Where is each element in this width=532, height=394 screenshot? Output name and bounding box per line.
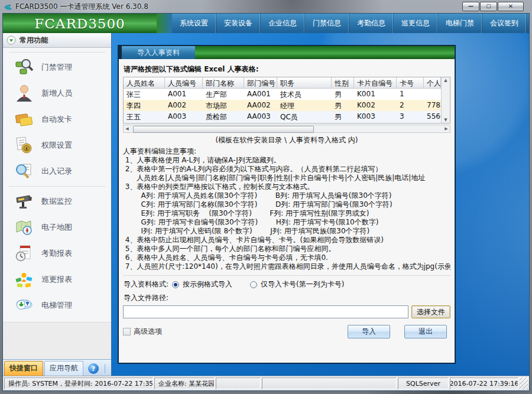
sidebar-filler [3,322,111,359]
advanced-options-label[interactable]: 高级选项 [134,327,162,337]
scroll-up-icon[interactable]: ▲ [444,78,447,83]
menu-meeting-signin[interactable]: 会议签到 [482,14,527,33]
sidebar-header[interactable]: 常用功能 [3,33,111,48]
menu-access-info[interactable]: 门禁信息 [305,14,349,33]
main-menu: 系统设置 安装设备 企业信息 门禁信息 考勤信息 巡更信息 电梯门禁 会议签到 … [172,14,530,33]
menu-company-info[interactable]: 企业信息 [261,14,305,33]
menu-attendance-info[interactable]: 考勤信息 [349,14,394,33]
tab-import-personnel[interactable]: 导入人事资料 [122,46,195,59]
maximize-button[interactable]: ▢ [480,2,497,11]
separator [9,186,105,187]
sidebar-item-label: 权限设置 [41,140,72,151]
title-bar: FCARD3500 一卡通管理系统 Ver 6.30.8 — ▢ ✕ [0,0,532,13]
tab-quick-window[interactable]: 快捷窗口 [4,361,43,376]
radio-sample-format-label[interactable]: 按示例格式导入 [183,279,232,289]
editing-notes: 人事资料编辑注意事项: 1、人事表格使用 A-L列，请确保A-J列无隐藏列。 2… [123,147,450,271]
access-management-icon [15,58,34,77]
resize-grip[interactable] [520,377,528,389]
help-icon[interactable]: ? [88,363,99,374]
status-empty-2 [262,377,397,389]
sidebar-item-elevator-management[interactable]: 电梯管理 [3,292,111,318]
sidebar-item-attendance-report[interactable]: 考勤报表 [3,240,111,266]
sidebar-item-data-monitor[interactable]: 数据监控 [3,188,111,214]
sidebar-item-auto-card[interactable]: 自动发卡 [3,106,111,132]
radio-card-only[interactable] [250,281,257,288]
vertical-scrollbar[interactable]: ▲ ▼ [441,77,450,123]
format-instruction: 请严格按照以下格式编辑 Excel 人事表格: [124,64,450,74]
table-row[interactable]: 张三 A001 生产部 AA001 技术员 男 K001 1 [124,89,441,100]
col-gender: 性别 [332,77,354,88]
radio-card-only-label[interactable]: 仅导入卡号(第一列为卡号) [261,279,344,289]
app-header: FCARD3500 系统设置 安装设备 企业信息 门禁信息 考勤信息 巡更信息 … [3,14,529,33]
window-title: FCARD3500 一卡通管理系统 Ver 6.30.8 [15,2,148,12]
minimize-button[interactable]: — [462,2,479,11]
horizontal-scrollbar[interactable]: ◀ ▶ [123,125,450,133]
sidebar-item-label: 出入记录 [41,166,72,177]
note-line: 7、人员照片(尺寸:120*140)，在导入时照片需跟表格相同目录，并使用人员编… [123,262,450,271]
col-title: 职务 [277,77,332,88]
menu-system-settings[interactable]: 系统设置 [172,14,216,33]
tabbar-green-strip [195,46,455,59]
tab-app-navigation[interactable]: 应用导航 [44,361,83,376]
status-company: 企业名称: 某某花园 [154,377,215,389]
auto-card-icon [15,110,34,129]
table-row[interactable]: 王五 A003 质检部 AA003 QC员 男 K003 3 [124,111,441,122]
col-person-name: 人员姓名 [124,77,165,88]
sidebar-bottom-tabs: 快捷窗口 应用导航 ? [3,359,111,376]
app-logo: FCARD3500 [3,14,157,33]
import-personnel-dialog: 导入人事资料 请严格按照以下格式编辑 Excel 人事表格: 人员姓名 人员编号… [118,45,456,364]
menu-elevator-access[interactable]: 电梯门禁 [438,14,482,33]
note-line: 人员姓名|人员编号|部门名称|部门编号|职务|性别|卡片自编号|卡号|个人密码|… [123,174,450,183]
dialog-actions-row: 高级选项 导入 退出 [123,325,450,338]
sidebar-item-access-records[interactable]: 出入记录 [3,158,111,184]
note-line: 4、表格中防止出现相同人员编号、卡片自编号、卡号。(如果相同会导致数据错误) [123,236,450,245]
sidebar-list: 门禁管理 新增人员 [3,48,111,359]
main-workspace: 导入人事资料 请严格按照以下格式编辑 Excel 人事表格: 人员姓名 人员编号… [112,33,529,376]
note-line: G列: 用于填写卡自编号(限30个字符) H列: 用于填写卡号(限10个数字) [123,218,450,227]
personnel-table: 人员姓名 人员编号 部门名称 部门编号 职务 性别 卡片自编号 卡号 个人 [123,77,450,123]
sidebar: 常用功能 门禁管理 [3,33,112,376]
col-card-index: 卡片自编号 [354,77,397,88]
permissions-icon [15,136,34,155]
table-row[interactable]: 李四 A002 市场部 AA002 经理 男 K002 2 [124,100,441,111]
table-body: 张三 A001 生产部 AA001 技术员 男 K001 1 [124,89,441,122]
sidebar-title: 常用功能 [20,35,48,45]
sidebar-item-label: 电子地图 [41,222,72,233]
menu-spacer [527,14,530,33]
scrollbar-thumb[interactable] [133,126,314,133]
note-line: 6、表格中人员姓名、人员编号、卡自编号与卡号必填，无卡填0. [123,253,450,262]
status-empty-1 [216,377,261,389]
note-line: 1、人事表格使用 A-L列，请确保A-J列无隐藏列。 [123,156,450,165]
advanced-options-checkbox[interactable] [123,328,131,336]
menu-patrol-info[interactable]: 巡更信息 [394,14,438,33]
exit-button[interactable]: 退出 [404,325,447,338]
file-path-input[interactable] [123,305,408,318]
col-dept-id: 部门编号 [244,77,277,88]
sidebar-item-patrol-report[interactable]: 巡更报表 [3,266,111,292]
scroll-left-icon[interactable]: ◀ [124,125,131,132]
sidebar-item-e-map[interactable]: 电子地图 [3,214,111,240]
file-path-row: 选择文件 [123,305,450,318]
import-button[interactable]: 导入 [348,325,390,338]
choose-file-button[interactable]: 选择文件 [411,305,450,318]
access-records-icon [15,162,34,181]
note-line: 2、表格中第一行的A-L列内容必须为以下格式与内容。（人员资料第二行起填写） [123,165,450,174]
sidebar-item-access-management[interactable]: 门禁管理 [3,54,111,80]
radio-sample-format[interactable] [172,281,179,288]
sidebar-item-permissions[interactable]: 权限设置 [3,132,111,158]
scroll-down-icon[interactable]: ▼ [444,118,447,122]
sidebar-item-label: 电梯管理 [41,300,72,311]
sidebar-item-add-person[interactable]: 新增人员 [3,80,111,106]
close-button[interactable]: ✕ [498,2,524,11]
col-personal: 个人 [424,77,441,88]
menu-install-devices[interactable]: 安装设备 [216,14,261,33]
import-format-row: 导入资料格式: 按示例格式导入 仅导入卡号(第一列为卡号) [124,279,450,289]
collapse-arrow-icon [7,35,16,45]
window-frame: FCARD3500 系统设置 安装设备 企业信息 门禁信息 考勤信息 巡更信息 … [0,13,532,394]
divider [123,275,450,276]
col-card-no: 卡号 [397,77,424,88]
status-time: 2016-07-22 17:39:16 [450,377,518,389]
attendance-report-icon [15,244,34,263]
scroll-right-icon[interactable]: ▶ [443,125,450,132]
dialog-tabbar: 导入人事资料 [119,46,455,59]
